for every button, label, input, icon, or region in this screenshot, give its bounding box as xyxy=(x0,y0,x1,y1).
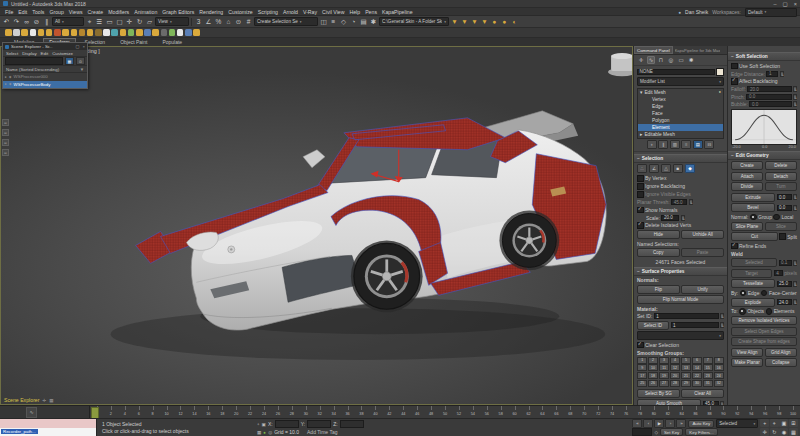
minimize-button[interactable]: – xyxy=(774,1,777,7)
pipeline-toolbar-icon[interactable]: ◐ xyxy=(510,17,519,27)
select-id-button[interactable]: Select ID xyxy=(637,321,669,330)
snap-toolbar-icon[interactable]: % xyxy=(214,17,223,27)
ribbon-icon[interactable] xyxy=(71,29,78,36)
smoothing-group-button[interactable]: 21 xyxy=(681,372,691,379)
clear-all-button[interactable]: Clear All xyxy=(681,389,724,398)
gr id-align-button[interactable]: Grid Align xyxy=(765,348,797,357)
smoothing-group-button[interactable]: 12 xyxy=(670,364,680,371)
scene-explorer-dock-tab[interactable]: Scene Explorer xyxy=(4,397,39,403)
stack-tool-icon[interactable]: ▤ xyxy=(693,140,703,149)
ribbon-icon[interactable] xyxy=(161,29,168,36)
smoothing-group-button[interactable]: 16 xyxy=(714,364,724,371)
menu-item[interactable]: File xyxy=(5,9,13,15)
playback-button[interactable]: ▶ xyxy=(654,419,664,428)
to-elements-radio[interactable] xyxy=(766,308,773,315)
grid-toggle-icon[interactable]: ▦ xyxy=(257,430,261,435)
object-color-swatch[interactable] xyxy=(716,68,724,76)
delete-isolated-checkbox[interactable] xyxy=(637,222,644,229)
bevel-button[interactable]: Bevel xyxy=(731,203,775,212)
toolbar-icon[interactable]: ↷ xyxy=(12,17,21,27)
surface-properties-rollout-header[interactable]: −Surface Properties xyxy=(634,267,727,276)
smoothing-group-button[interactable]: 18 xyxy=(648,372,658,379)
object-name-field[interactable]: NONE xyxy=(637,69,715,75)
subobject-icon[interactable]: ■ xyxy=(673,164,683,173)
smoothing-group-button[interactable]: 24 xyxy=(714,372,724,379)
pipeline-toolbar-icon[interactable]: ● xyxy=(490,17,499,27)
menu-item[interactable]: Arnold xyxy=(283,9,298,15)
copy-button[interactable]: Copy xyxy=(637,248,680,257)
by-edge-radio[interactable] xyxy=(740,290,747,297)
create-button[interactable]: Create xyxy=(731,161,763,170)
modifier-stack-item[interactable]: Vertex xyxy=(638,96,723,103)
smoothing-group-button[interactable]: 13 xyxy=(681,364,691,371)
ribbon-icon[interactable] xyxy=(38,29,45,36)
stack-tool-icon[interactable]: ∥ xyxy=(658,140,668,149)
toolbar-icon[interactable]: ◫ xyxy=(319,17,328,27)
set-key-button[interactable]: Set Key xyxy=(660,428,683,436)
maxscript-mini-listener[interactable]: Recorder_path... xyxy=(0,419,97,436)
collapse-button[interactable]: Collapse xyxy=(765,358,797,367)
smoothing-group-button[interactable]: 27 xyxy=(659,380,669,387)
ribbon-icon[interactable] xyxy=(21,29,28,36)
perspective-viewport[interactable]: [ + ] [ Perspective ] [ Default Shading … xyxy=(0,46,633,405)
explorer-column-header[interactable]: Name (Sorted Descending) xyxy=(6,67,59,72)
ribbon-icon[interactable] xyxy=(30,29,37,36)
smoothing-group-button[interactable]: 29 xyxy=(681,380,691,387)
smoothing-group-button[interactable]: 19 xyxy=(659,372,669,379)
playback-button[interactable]: › xyxy=(665,419,675,428)
pipeline-toolbar-icon[interactable]: ▼ xyxy=(470,17,479,27)
panel-mode-icon[interactable]: ✱ xyxy=(687,56,695,64)
smoothing-group-button[interactable]: 32 xyxy=(714,380,724,387)
toolbar-icon[interactable]: ∥ xyxy=(42,17,51,27)
menu-item[interactable]: Group xyxy=(49,9,63,15)
current-frame-field[interactable] xyxy=(632,428,652,436)
viewport-nav-icon[interactable]: + xyxy=(760,419,769,427)
snap-toolbar-icon[interactable]: 3 xyxy=(194,17,203,27)
explorer-lock-icon[interactable]: ⊙ xyxy=(76,57,85,65)
toolbar-icon[interactable]: ↻ xyxy=(135,17,144,27)
toolbar-icon[interactable]: ∞ xyxy=(22,17,31,27)
extrude-button[interactable]: Extrude xyxy=(731,193,775,202)
panel-mode-icon[interactable]: ▭ xyxy=(677,56,685,64)
menu-item[interactable]: Create xyxy=(88,9,104,15)
smoothing-group-button[interactable]: 1 xyxy=(637,357,647,364)
smoothing-group-button[interactable]: 22 xyxy=(692,372,702,379)
ribbon-icon[interactable] xyxy=(193,29,200,36)
extrude-field[interactable]: 0.0 xyxy=(777,194,792,200)
smoothing-group-button[interactable]: 10 xyxy=(648,364,658,371)
macro-recorder-pane[interactable] xyxy=(0,419,96,428)
selection-filter-dropdown[interactable]: All▾ xyxy=(52,17,84,26)
pipeline-toolbar-icon[interactable]: ▼ xyxy=(450,17,459,27)
menu-item[interactable]: V-Ray xyxy=(303,9,317,15)
z-coordinate-field[interactable] xyxy=(340,420,364,428)
select-by-sg-button[interactable]: Select By SG xyxy=(637,389,680,398)
smoothing-group-button[interactable]: 2 xyxy=(648,357,658,364)
named-selection-dropdown[interactable]: Create Selection Se▾ xyxy=(254,17,318,26)
remove-isolated-vertices-button[interactable]: Remove Isolated Vertices xyxy=(731,316,797,325)
stack-tool-icon[interactable]: ▥ xyxy=(670,140,680,149)
ribbon-icon[interactable] xyxy=(46,29,53,36)
refine-ends-checkbox[interactable] xyxy=(731,243,738,250)
cut-button[interactable]: Cut xyxy=(731,232,778,241)
explorer-close-icon[interactable]: × xyxy=(83,44,85,49)
viewport-nav-icon[interactable]: ⊞ xyxy=(789,419,798,427)
modifier-stack-item[interactable]: ▾Edit Mesh● xyxy=(638,89,723,96)
add-time-tag[interactable]: Add Time Tag xyxy=(307,429,337,435)
toolbar-icon[interactable]: ▱ xyxy=(145,17,154,27)
menu-item[interactable]: Edit xyxy=(18,9,27,15)
toolbar-icon[interactable]: ◇ xyxy=(339,17,348,27)
smoothing-group-button[interactable]: 6 xyxy=(692,357,702,364)
ribbon-icon[interactable] xyxy=(136,29,143,36)
signin-user[interactable]: Dan Sheik xyxy=(685,9,708,15)
smoothing-group-button[interactable]: 15 xyxy=(703,364,713,371)
snap-toolbar-icon[interactable]: # xyxy=(244,17,253,27)
selection-rollout-header[interactable]: −Selection xyxy=(634,154,727,163)
playback-button[interactable]: ‹ xyxy=(643,419,653,428)
smoothing-group-button[interactable]: 17 xyxy=(637,372,647,379)
explorer-object-row[interactable]: ▸ ◈ WSProcessorBody xyxy=(3,81,87,89)
smoothing-group-button[interactable]: 4 xyxy=(670,357,680,364)
ribbon-icon[interactable] xyxy=(79,29,86,36)
edit-geometry-rollout-header[interactable]: −Edit Geometry xyxy=(728,151,800,160)
viewport-nav-icon[interactable]: ◉ xyxy=(779,428,788,436)
snap-toolbar-icon[interactable]: ⌂ xyxy=(224,17,233,27)
